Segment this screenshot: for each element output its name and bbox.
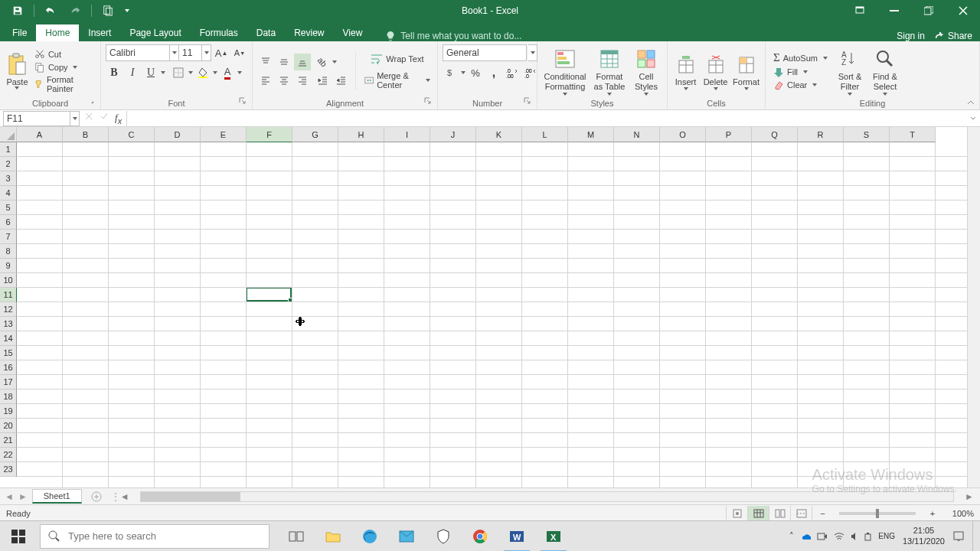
row-header-9[interactable]: 9 [0, 259, 17, 273]
row-header-10[interactable]: 10 [0, 273, 17, 288]
decrease-indent-button[interactable] [314, 72, 331, 89]
column-header-E[interactable]: E [201, 127, 247, 142]
align-bottom-button[interactable] [294, 54, 311, 70]
tray-language[interactable]: ENG [878, 532, 895, 540]
insert-function-button[interactable]: fx [115, 112, 122, 126]
name-box-dropdown[interactable] [70, 111, 80, 126]
normal-view-button[interactable] [747, 506, 769, 521]
sign-in-link[interactable]: Sign in [897, 31, 925, 41]
row-header-7[interactable]: 7 [0, 230, 17, 244]
delete-cells-button[interactable]: Delete [702, 51, 729, 91]
taskbar-search[interactable]: Type here to search [40, 524, 270, 549]
underline-button[interactable]: U [142, 64, 159, 81]
insert-cells-button[interactable]: Insert [672, 51, 699, 91]
decrease-font-button[interactable]: A▼ [231, 44, 248, 61]
column-header-P[interactable]: P [706, 127, 752, 142]
number-format-combo[interactable]: General [443, 44, 527, 61]
maximize-button[interactable] [911, 0, 946, 21]
font-size-combo[interactable]: 11 [179, 44, 202, 61]
row-header-11[interactable]: 11 [0, 288, 17, 302]
tray-chevron[interactable]: ˄ [789, 531, 794, 541]
file-explorer-button[interactable] [315, 521, 351, 552]
selected-cell[interactable] [246, 287, 292, 302]
font-color-dropdown[interactable] [237, 71, 242, 74]
task-view-button[interactable] [279, 521, 314, 552]
row-header-8[interactable]: 8 [0, 244, 17, 259]
qat-customize[interactable] [121, 1, 133, 21]
fill-color-dropdown[interactable] [213, 71, 217, 74]
align-right-button[interactable] [294, 72, 311, 89]
row-header-3[interactable]: 3 [0, 171, 17, 186]
column-header-R[interactable]: R [798, 127, 844, 142]
borders-button[interactable] [170, 64, 187, 81]
italic-button[interactable]: I [124, 64, 141, 81]
save-button[interactable] [6, 1, 29, 21]
percent-button[interactable]: % [467, 64, 484, 81]
bold-button[interactable]: B [106, 64, 122, 81]
minimize-button[interactable] [877, 0, 911, 21]
row-header-14[interactable]: 14 [0, 331, 17, 346]
row-header-13[interactable]: 13 [0, 317, 17, 331]
row-header-18[interactable]: 18 [0, 390, 17, 404]
onedrive-icon[interactable] [800, 531, 811, 542]
row-header-15[interactable]: 15 [0, 346, 17, 360]
start-button[interactable] [0, 521, 37, 552]
row-header-23[interactable]: 23 [0, 462, 17, 477]
touchmode-button[interactable] [96, 1, 119, 21]
conditional-formatting-button[interactable]: Conditional Formatting [542, 46, 588, 95]
security-button[interactable] [426, 521, 461, 552]
orientation-button[interactable]: ab [314, 54, 331, 70]
row-header-12[interactable]: 12 [0, 302, 17, 317]
column-header-Q[interactable]: Q [752, 127, 798, 142]
accounting-dropdown[interactable] [461, 71, 466, 74]
sort-filter-button[interactable]: AZ Sort & Filter [834, 46, 866, 95]
row-header-6[interactable]: 6 [0, 215, 17, 230]
redo-button[interactable] [64, 1, 87, 21]
increase-decimal-button[interactable]: .0.00 [504, 64, 521, 81]
horizontal-scrollbar[interactable] [140, 491, 955, 502]
column-header-T[interactable]: T [890, 127, 936, 142]
autosum-button[interactable]: ΣAutoSum [770, 51, 831, 65]
new-sheet-button[interactable] [88, 488, 105, 505]
select-all-corner[interactable] [0, 127, 17, 142]
row-header-5[interactable]: 5 [0, 201, 17, 215]
volume-icon[interactable] [851, 531, 858, 542]
zoom-in-button[interactable]: + [922, 506, 943, 521]
column-header-O[interactable]: O [660, 127, 706, 142]
format-painter-button[interactable]: Format Painter [33, 74, 96, 94]
decrease-decimal-button[interactable]: .00.0 [522, 64, 539, 81]
column-header-D[interactable]: D [155, 127, 201, 142]
row-header-17[interactable]: 17 [0, 375, 17, 390]
font-launcher[interactable] [238, 97, 247, 106]
hscroll-left[interactable]: ◄ [120, 491, 129, 502]
hscroll-right[interactable]: ► [965, 491, 974, 502]
number-format-dropdown[interactable] [528, 44, 537, 61]
column-header-S[interactable]: S [844, 127, 890, 142]
tab-home[interactable]: Home [36, 24, 79, 41]
cut-button[interactable]: Cut [33, 48, 96, 60]
column-header-I[interactable]: I [384, 127, 430, 142]
tab-review[interactable]: Review [285, 24, 333, 41]
row-header-22[interactable]: 22 [0, 448, 17, 462]
fill-button[interactable]: Fill [770, 66, 831, 78]
clipboard-launcher[interactable] [87, 97, 96, 106]
tab-data[interactable]: Data [247, 24, 285, 41]
formula-bar[interactable] [126, 111, 966, 126]
row-header-1[interactable]: 1 [0, 142, 17, 157]
collapse-ribbon-button[interactable] [966, 98, 975, 109]
wifi-icon[interactable] [834, 531, 844, 542]
find-select-button[interactable]: Find & Select [869, 46, 901, 95]
word-button[interactable]: W [499, 521, 534, 552]
sheet-nav-next[interactable]: ► [18, 491, 28, 502]
column-header-B[interactable]: B [63, 127, 109, 142]
align-middle-button[interactable] [276, 54, 292, 70]
fill-color-button[interactable] [194, 64, 211, 81]
tab-file[interactable]: File [3, 24, 36, 41]
increase-indent-button[interactable] [332, 72, 349, 89]
vertical-scrollbar[interactable] [967, 127, 980, 487]
row-header-4[interactable]: 4 [0, 186, 17, 201]
zoom-out-button[interactable]: − [812, 506, 833, 521]
column-header-G[interactable]: G [292, 127, 338, 142]
align-top-button[interactable] [257, 54, 274, 70]
share-button[interactable]: Share [934, 31, 972, 41]
